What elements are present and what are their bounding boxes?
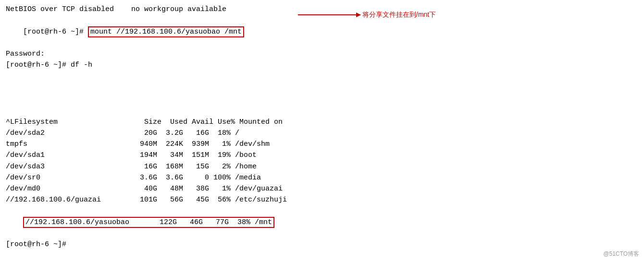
- watermark: @51CTO博客: [603, 250, 639, 258]
- terminal-window: NetBIOS over TCP disabled no workgroup a…: [0, 0, 644, 261]
- df-row-guazai: //192.168.100.6/guazai 101G 56G 45G 56% …: [6, 194, 638, 205]
- terminal-final-prompt: [root@rh-6 ~]#: [6, 239, 638, 250]
- df-row-sda2: /dev/sda2 20G 3.2G 16G 18% /: [6, 128, 638, 139]
- df-row-sda1: /dev/sda1 194M 34M 151M 19% /boot: [6, 150, 638, 161]
- df-row-sda3: /dev/sda3 16G 168M 15G 2% /home: [6, 161, 638, 172]
- terminal-line-8: [6, 104, 638, 115]
- df-row-tmpfs: tmpfs 940M 224K 939M 1% /dev/shm: [6, 139, 638, 150]
- df-row-md0: /dev/md0 40G 48M 38G 1% /dev/guazai: [6, 183, 638, 194]
- df-row-yasuobao-text: //192.168.100.6/yasuobao 122G 46G 77G 38…: [23, 217, 274, 228]
- annotation-text: 将分享文件挂在到/mnt下: [362, 11, 436, 19]
- mount-command: mount //192.168.100.6/yasuobao /mnt: [88, 26, 244, 37]
- terminal-line-4: [root@rh-6 ~]# df -h: [6, 59, 638, 71]
- terminal-line-2: [root@rh-6 ~]# mount //192.168.100.6/yas…: [6, 15, 638, 48]
- terminal-line-3: Password:: [6, 48, 638, 59]
- terminal-line-7: [6, 93, 638, 104]
- df-row-sr0: /dev/sr0 3.6G 3.6G 0 100% /media: [6, 172, 638, 183]
- df-header: ^LFilesystem Size Used Avail Use% Mounte…: [6, 117, 638, 128]
- terminal-line-6: [6, 82, 638, 93]
- terminal-line-5: [6, 71, 638, 82]
- df-row-yasuobao: //192.168.100.6/yasuobao 122G 46G 77G 38…: [6, 206, 638, 239]
- arrow-annotation: 将分享文件挂在到/mnt下: [298, 11, 436, 19]
- prompt-mount: [root@rh-6 ~]#: [23, 28, 88, 36]
